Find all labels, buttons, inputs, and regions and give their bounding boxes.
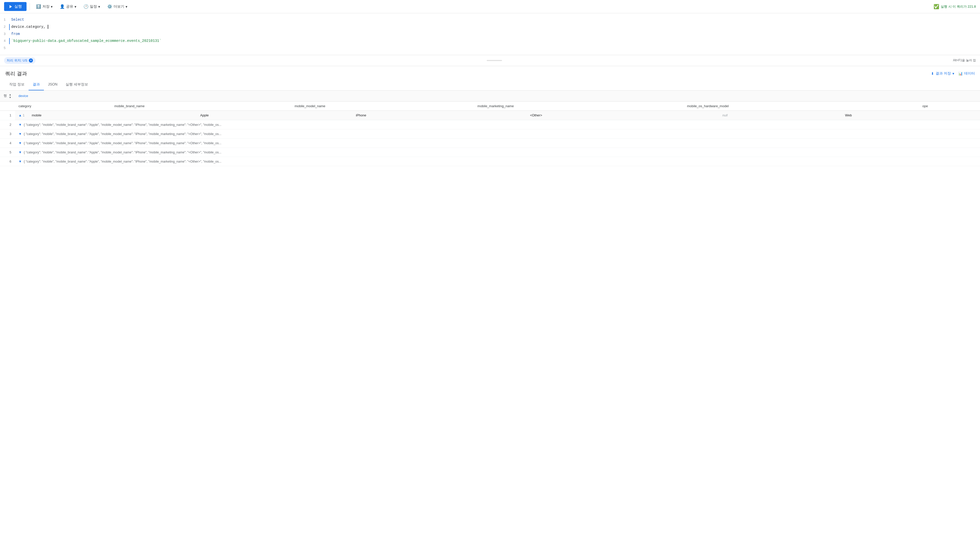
table-row: 2 ▼ { "category": "mobile", "mobile_bran… bbox=[0, 120, 980, 129]
row-number-outer: 1 bbox=[0, 111, 15, 120]
save-results-button[interactable]: ⬇ 결과 저장 ▾ bbox=[931, 71, 954, 76]
save-results-chevron: ▾ bbox=[952, 71, 954, 76]
table-inner-header-row: category mobile_brand_name mobile_model_… bbox=[0, 101, 980, 111]
status-area: ✅ 실행 시 이 쿼리가 221.8 bbox=[934, 4, 976, 10]
line-num-2: 2 bbox=[0, 24, 9, 30]
results-section: 쿼리 결과 ⬇ 결과 저장 ▾ 📊 데이터 작업 정보 결과 JSON 실행 세… bbox=[0, 66, 980, 166]
th-mobile-brand-name[interactable]: mobile_brand_name bbox=[111, 101, 291, 111]
chart-icon: 📊 bbox=[958, 71, 963, 76]
location-chip: 처리 위치: US ✕ bbox=[4, 57, 35, 64]
line-num-1: 1 bbox=[0, 17, 9, 23]
code-line-4: 4 `bigquery-public-data.ga4_obfuscated_s… bbox=[0, 38, 980, 45]
table-row: 4 ▼ { "category": "mobile", "mobile_bran… bbox=[0, 138, 980, 147]
line-content-3: from bbox=[9, 31, 980, 37]
table-row: 6 ▼ { "category": "mobile", "mobile_bran… bbox=[0, 157, 980, 166]
save-button[interactable]: ⬆️ 저장 ▾ bbox=[33, 2, 56, 11]
tabs-bar: 작업 정보 결과 JSON 실행 세부정보 bbox=[0, 79, 980, 91]
table-row: 3 ▼ { "category": "mobile", "mobile_bran… bbox=[0, 129, 980, 138]
th-device: device bbox=[15, 91, 980, 102]
location-label: 처리 위치: US bbox=[7, 58, 27, 63]
text-cursor bbox=[48, 25, 48, 29]
run-label: 실행 bbox=[14, 4, 22, 9]
save-label: 저장 bbox=[42, 4, 50, 9]
row-number-outer: 3 bbox=[0, 129, 15, 138]
svg-marker-0 bbox=[10, 5, 12, 8]
row-json-preview: ▼ { "category": "mobile", "mobile_brand_… bbox=[15, 138, 980, 147]
th-mobile-marketing-name[interactable]: mobile_marketing_name bbox=[474, 101, 683, 111]
download-icon: ⬇ bbox=[931, 71, 934, 76]
results-table: 행 ▲ ▼ device category mobile_brand_name bbox=[0, 91, 980, 166]
save-icon: ⬆️ bbox=[36, 4, 41, 9]
tab-results[interactable]: 결과 bbox=[28, 79, 44, 90]
expand-row-6-button[interactable]: ▼ bbox=[19, 160, 22, 163]
share-chevron-icon: ▾ bbox=[74, 5, 76, 9]
data-label: 데이터 bbox=[964, 71, 975, 76]
code-line-3: 3 from bbox=[0, 31, 980, 38]
line-content-5 bbox=[9, 45, 980, 51]
code-line-5: 5 bbox=[0, 45, 980, 52]
table-row: 5 ▼ { "category": "mobile", "mobile_bran… bbox=[0, 147, 980, 157]
line-num-5: 5 bbox=[0, 45, 9, 51]
results-header: 쿼리 결과 ⬇ 결과 저장 ▾ 📊 데이터 bbox=[0, 66, 980, 79]
schedule-label: 일정 bbox=[90, 4, 97, 9]
table-row: 1 ▲ 1 mobile Apple iPhone <Other> bbox=[0, 111, 980, 120]
expand-row-4-button[interactable]: ▼ bbox=[19, 141, 22, 145]
row-number-outer: 5 bbox=[0, 147, 15, 157]
check-icon: ✅ bbox=[934, 4, 939, 10]
location-close-button[interactable]: ✕ bbox=[29, 58, 33, 63]
gear-icon: ⚙️ bbox=[107, 4, 112, 9]
row-json-preview: ▼ { "category": "mobile", "mobile_brand_… bbox=[15, 129, 980, 138]
save-chevron-icon: ▾ bbox=[51, 5, 53, 9]
tab-json[interactable]: JSON bbox=[44, 79, 61, 90]
row-json-preview: ▼ { "category": "mobile", "mobile_brand_… bbox=[15, 157, 980, 166]
expand-row-5-button[interactable]: ▼ bbox=[19, 150, 22, 154]
more-button[interactable]: ⚙️ 더보기 ▾ bbox=[104, 2, 131, 11]
th-inner-row bbox=[0, 101, 15, 111]
line-num-3: 3 bbox=[0, 31, 9, 37]
clock-icon: 🕐 bbox=[83, 4, 89, 9]
results-title: 쿼리 결과 bbox=[5, 70, 27, 77]
tab-execution-details[interactable]: 실행 세부정보 bbox=[61, 79, 92, 90]
expand-row-2-button[interactable]: ▼ bbox=[19, 123, 22, 127]
cell-marketing: <Other> bbox=[527, 111, 719, 120]
share-button[interactable]: 👤 공유 ▾ bbox=[57, 2, 79, 11]
inner-table: ▲ 1 mobile Apple iPhone <Other> null Web bbox=[15, 111, 980, 120]
run-button[interactable]: 실행 bbox=[4, 2, 26, 11]
inner-row-num: ▲ 1 bbox=[15, 111, 28, 120]
data-button[interactable]: 📊 데이터 bbox=[958, 71, 975, 76]
results-actions: ⬇ 결과 저장 ▾ 📊 데이터 bbox=[931, 71, 975, 76]
cell-category: mobile bbox=[28, 111, 197, 120]
location-bar: 처리 위치: US ✕ Alt+F1을 눌러 접 bbox=[0, 55, 980, 66]
cell-model: iPhone bbox=[352, 111, 527, 120]
code-line-2: 2 device.category, bbox=[0, 23, 980, 31]
th-mobile-os-hardware-model[interactable]: mobile_os_hardware_model bbox=[683, 101, 919, 111]
line-content-2: device.category, bbox=[9, 24, 980, 30]
more-label: 더보기 bbox=[114, 4, 124, 9]
expand-row-3-button[interactable]: ▼ bbox=[19, 132, 22, 136]
share-icon: 👤 bbox=[60, 4, 65, 9]
row-json-preview: ▼ { "category": "mobile", "mobile_brand_… bbox=[15, 120, 980, 129]
line-num-4: 4 bbox=[0, 38, 9, 44]
row-number-outer: 4 bbox=[0, 138, 15, 147]
inner-row: ▲ 1 mobile Apple iPhone <Other> null Web bbox=[15, 111, 980, 120]
th-mobile-model-name[interactable]: mobile_model_name bbox=[291, 101, 474, 111]
th-ope[interactable]: ope bbox=[919, 101, 980, 111]
schedule-chevron-icon: ▾ bbox=[98, 5, 100, 9]
status-text: 실행 시 이 쿼리가 221.8 bbox=[941, 4, 976, 9]
play-icon bbox=[9, 5, 13, 9]
sort-asc-icon: ▲ bbox=[19, 113, 22, 117]
table-outer-header-row: 행 ▲ ▼ device bbox=[0, 91, 980, 102]
tab-job-info[interactable]: 작업 정보 bbox=[5, 79, 28, 90]
save-results-label: 결과 저장 bbox=[935, 71, 951, 76]
th-outer-row: 행 ▲ ▼ bbox=[0, 91, 15, 102]
share-label: 공유 bbox=[66, 4, 73, 9]
schedule-button[interactable]: 🕐 일정 ▾ bbox=[80, 2, 103, 11]
expanded-cell: ▲ 1 mobile Apple iPhone <Other> null Web bbox=[15, 111, 980, 120]
results-table-wrap: 행 ▲ ▼ device category mobile_brand_name bbox=[0, 91, 980, 166]
line-content-1: Select bbox=[9, 17, 980, 23]
cell-brand: Apple bbox=[197, 111, 352, 120]
more-chevron-icon: ▾ bbox=[126, 5, 127, 9]
th-category[interactable]: category bbox=[15, 101, 111, 111]
divider-handle bbox=[487, 60, 502, 61]
code-editor[interactable]: 1 Select 2 device.category, 3 from 4 `bi… bbox=[0, 13, 980, 55]
